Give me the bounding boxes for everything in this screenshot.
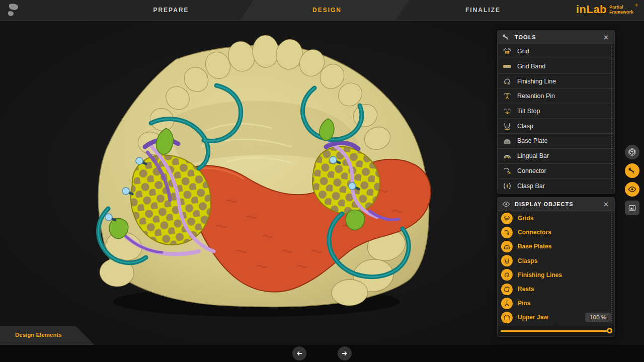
- tool-item-label: Clasp Bar: [517, 183, 545, 190]
- tools-panel: TOOLS ✕ Grid Grid Band Finishing Line Re…: [497, 30, 615, 194]
- wrench-icon: [628, 166, 636, 175]
- tool-item[interactable]: Lingual Bar: [498, 149, 614, 164]
- sirona-logo: [7, 4, 21, 17]
- clasps-icon: [501, 255, 513, 266]
- grid-band-icon: [502, 61, 512, 71]
- eye-icon: [628, 185, 636, 194]
- topbar-tab[interactable]: PREPARE: [153, 0, 189, 20]
- brand-product: Partial Framework: [609, 5, 633, 15]
- lingual-bar-icon: [502, 151, 512, 161]
- arrow-right-icon: [341, 349, 349, 357]
- display-object-label: Connectors: [518, 229, 611, 236]
- side-button[interactable]: [625, 145, 639, 159]
- tool-item[interactable]: Tilt Stop: [498, 104, 614, 119]
- display-object-item[interactable]: Finishing Lines: [498, 268, 614, 282]
- topbar-tab-label: DESIGN: [312, 7, 342, 14]
- tool-item-label: Clasp: [517, 123, 533, 130]
- tab-separator: [79, 0, 93, 20]
- rests-icon: [501, 284, 513, 295]
- tools-panel-header: TOOLS ✕: [498, 31, 614, 44]
- display-object-item[interactable]: Base Plates: [498, 239, 614, 253]
- tool-item[interactable]: Connector: [498, 164, 614, 179]
- upper-jaw-icon: [501, 312, 513, 323]
- display-object-label: Upper Jaw: [518, 314, 580, 321]
- tool-item-label: Finishing Line: [517, 78, 556, 85]
- wrench-icon: [502, 33, 510, 41]
- tool-item[interactable]: Finishing Line: [498, 74, 614, 89]
- slider-handle[interactable]: [607, 328, 612, 333]
- tool-item-label: Grid Band: [517, 63, 545, 70]
- tool-item-label: Connector: [517, 167, 546, 174]
- tool-item-label: Retention Pin: [517, 93, 555, 100]
- display-object-item[interactable]: Clasps: [498, 254, 614, 268]
- registered-mark: ®: [635, 3, 638, 8]
- scrollbar[interactable]: [611, 46, 612, 189]
- display-object-item[interactable]: Pins: [498, 296, 614, 310]
- grid-icon: [502, 46, 512, 56]
- slider-track[interactable]: [501, 330, 607, 332]
- cube-icon: [628, 148, 636, 156]
- step-nav: [292, 346, 352, 360]
- topbar-tab-label: PREPARE: [153, 7, 189, 14]
- display-object-label: Clasps: [518, 257, 611, 264]
- bottom-bar: [0, 345, 644, 362]
- grids-icon: [501, 213, 513, 224]
- arrow-left-icon: [295, 349, 303, 357]
- nav-button[interactable]: [292, 346, 306, 360]
- tool-item[interactable]: Clasp Bar: [498, 178, 614, 193]
- tool-item[interactable]: Base Plate: [498, 134, 614, 149]
- base-plates-icon: [501, 241, 513, 252]
- opacity-value: 100 %: [585, 313, 611, 322]
- topbar-tab[interactable]: DESIGN: [312, 0, 342, 20]
- tool-item[interactable]: Grid Band: [498, 59, 614, 74]
- topbar-tab[interactable]: FINALIZE: [465, 0, 501, 20]
- display-object-label: Grids: [518, 215, 611, 222]
- jaw-model-canvas[interactable]: [75, 30, 438, 332]
- display-objects-title: DISPLAY OBJECTS: [515, 201, 598, 207]
- tools-list: Grid Grid Band Finishing Line Retention …: [498, 44, 614, 193]
- finishing-lines-icon: [501, 269, 513, 281]
- side-toolbar: [625, 145, 639, 215]
- connector-icon: [502, 166, 512, 176]
- scrollbar[interactable]: [611, 212, 612, 323]
- topbar-tab-label: FINALIZE: [465, 7, 501, 14]
- display-objects-list: Grids Connectors Base Plates Clasps: [498, 211, 614, 325]
- display-objects-panel: DISPLAY OBJECTS ✕ Grids Connectors Base …: [497, 197, 615, 337]
- tool-item-label: Base Plate: [517, 137, 547, 144]
- display-object-label: Finishing Lines: [518, 272, 611, 279]
- close-icon[interactable]: ✕: [602, 34, 610, 41]
- display-object-label: Pins: [518, 300, 611, 307]
- side-button[interactable]: [625, 163, 639, 178]
- display-objects-header: DISPLAY OBJECTS ✕: [498, 198, 614, 211]
- finishing-line-icon: [502, 76, 512, 86]
- connectors-icon: [501, 227, 513, 238]
- nav-button[interactable]: [338, 346, 352, 360]
- clasp-icon: [502, 121, 512, 131]
- display-object-item[interactable]: Rests: [498, 282, 614, 296]
- tool-item[interactable]: Retention Pin: [498, 89, 614, 104]
- tab-separator: [547, 0, 561, 20]
- top-bar: PREPARE DESIGN FINALIZE inLab Partial Fr…: [0, 0, 644, 21]
- tool-item[interactable]: Clasp: [498, 119, 614, 134]
- tool-item-label: Lingual Bar: [517, 152, 549, 159]
- screenshot-icon: [628, 204, 636, 212]
- brand-name: inLab: [576, 3, 607, 16]
- close-icon[interactable]: ✕: [602, 201, 610, 208]
- tool-item-label: Tilt Stop: [517, 108, 540, 115]
- clasp-bar-icon: [502, 181, 512, 191]
- tool-item[interactable]: Grid: [498, 44, 614, 59]
- pins-icon: [501, 298, 513, 309]
- display-object-label: Base Plates: [518, 243, 611, 250]
- opacity-slider[interactable]: [498, 326, 614, 336]
- base-plate-icon: [502, 136, 512, 146]
- display-object-label: Rests: [518, 286, 611, 293]
- retention-pin-icon: [502, 91, 512, 101]
- side-button[interactable]: [625, 201, 639, 215]
- display-object-item[interactable]: Grids: [498, 211, 614, 225]
- display-object-item[interactable]: Connectors: [498, 225, 614, 239]
- side-button[interactable]: [625, 182, 639, 197]
- inlab-logo: inLab Partial Framework ®: [576, 3, 638, 16]
- tilt-stop-icon: [502, 106, 512, 116]
- eye-icon: [502, 200, 510, 208]
- tools-panel-title: TOOLS: [515, 34, 598, 40]
